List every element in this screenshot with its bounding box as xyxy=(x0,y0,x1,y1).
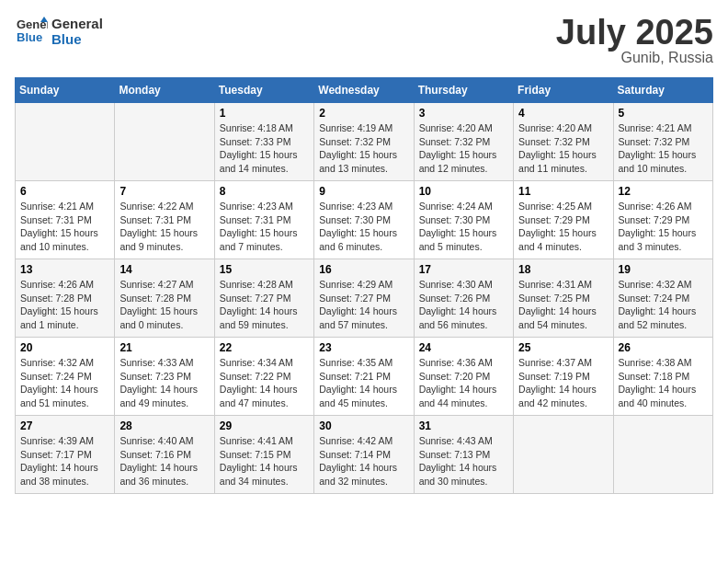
weekday-header-friday: Friday xyxy=(514,78,613,103)
day-number: 17 xyxy=(419,263,508,276)
calendar-cell: 17Sunrise: 4:30 AM Sunset: 7:26 PM Dayli… xyxy=(414,259,513,338)
day-info: Sunrise: 4:25 AM Sunset: 7:29 PM Dayligh… xyxy=(518,200,608,254)
weekday-header-sunday: Sunday xyxy=(16,78,115,103)
calendar-cell: 14Sunrise: 4:27 AM Sunset: 7:28 PM Dayli… xyxy=(115,259,214,338)
calendar-cell: 4Sunrise: 4:20 AM Sunset: 7:32 PM Daylig… xyxy=(514,103,613,181)
calendar-cell: 11Sunrise: 4:25 AM Sunset: 7:29 PM Dayli… xyxy=(514,181,613,259)
week-row-2: 6Sunrise: 4:21 AM Sunset: 7:31 PM Daylig… xyxy=(16,181,713,259)
day-number: 13 xyxy=(20,263,109,276)
day-number: 16 xyxy=(319,263,408,276)
day-number: 19 xyxy=(619,263,708,276)
logo-text-general: General xyxy=(51,16,103,31)
day-info: Sunrise: 4:30 AM Sunset: 7:26 PM Dayligh… xyxy=(419,278,508,332)
weekday-header-saturday: Saturday xyxy=(613,78,712,103)
day-number: 23 xyxy=(319,341,408,354)
day-info: Sunrise: 4:20 AM Sunset: 7:32 PM Dayligh… xyxy=(419,121,508,176)
day-number: 2 xyxy=(319,107,408,120)
calendar-cell: 12Sunrise: 4:26 AM Sunset: 7:29 PM Dayli… xyxy=(613,181,712,259)
day-info: Sunrise: 4:24 AM Sunset: 7:30 PM Dayligh… xyxy=(419,200,508,254)
day-info: Sunrise: 4:22 AM Sunset: 7:31 PM Dayligh… xyxy=(119,200,209,254)
calendar-cell: 23Sunrise: 4:35 AM Sunset: 7:21 PM Dayli… xyxy=(314,338,414,416)
calendar-cell xyxy=(613,416,712,494)
day-number: 28 xyxy=(119,419,209,432)
day-number: 4 xyxy=(518,107,608,120)
day-number: 26 xyxy=(619,341,708,354)
calendar-cell xyxy=(16,103,115,181)
logo-icon: General Blue xyxy=(15,15,48,48)
day-info: Sunrise: 4:20 AM Sunset: 7:32 PM Dayligh… xyxy=(518,121,608,176)
week-row-4: 20Sunrise: 4:32 AM Sunset: 7:24 PM Dayli… xyxy=(16,338,713,416)
day-number: 7 xyxy=(119,185,209,198)
logo-text-blue: Blue xyxy=(51,31,103,47)
day-info: Sunrise: 4:38 AM Sunset: 7:18 PM Dayligh… xyxy=(619,356,708,410)
day-info: Sunrise: 4:32 AM Sunset: 7:24 PM Dayligh… xyxy=(619,278,708,332)
calendar-cell: 15Sunrise: 4:28 AM Sunset: 7:27 PM Dayli… xyxy=(214,259,313,338)
calendar-table: SundayMondayTuesdayWednesdayThursdayFrid… xyxy=(15,77,713,494)
calendar-cell: 29Sunrise: 4:41 AM Sunset: 7:15 PM Dayli… xyxy=(214,416,313,494)
calendar-header: SundayMondayTuesdayWednesdayThursdayFrid… xyxy=(16,78,713,103)
weekday-header-monday: Monday xyxy=(115,78,214,103)
day-info: Sunrise: 4:43 AM Sunset: 7:13 PM Dayligh… xyxy=(419,434,508,488)
calendar-cell: 7Sunrise: 4:22 AM Sunset: 7:31 PM Daylig… xyxy=(115,181,214,259)
day-info: Sunrise: 4:26 AM Sunset: 7:29 PM Dayligh… xyxy=(619,200,708,254)
day-number: 12 xyxy=(619,185,708,198)
day-info: Sunrise: 4:18 AM Sunset: 7:33 PM Dayligh… xyxy=(220,121,309,176)
day-info: Sunrise: 4:28 AM Sunset: 7:27 PM Dayligh… xyxy=(220,278,309,332)
day-info: Sunrise: 4:37 AM Sunset: 7:19 PM Dayligh… xyxy=(518,356,608,410)
day-info: Sunrise: 4:31 AM Sunset: 7:25 PM Dayligh… xyxy=(518,278,608,332)
calendar-cell: 20Sunrise: 4:32 AM Sunset: 7:24 PM Dayli… xyxy=(16,338,115,416)
calendar-cell: 8Sunrise: 4:23 AM Sunset: 7:31 PM Daylig… xyxy=(214,181,313,259)
calendar-body: 1Sunrise: 4:18 AM Sunset: 7:33 PM Daylig… xyxy=(16,103,713,494)
location: Gunib, Russia xyxy=(556,50,713,66)
calendar-cell: 30Sunrise: 4:42 AM Sunset: 7:14 PM Dayli… xyxy=(314,416,414,494)
day-number: 11 xyxy=(518,185,608,198)
day-info: Sunrise: 4:35 AM Sunset: 7:21 PM Dayligh… xyxy=(319,356,408,410)
calendar-cell xyxy=(514,416,613,494)
day-info: Sunrise: 4:41 AM Sunset: 7:15 PM Dayligh… xyxy=(220,434,309,488)
day-number: 31 xyxy=(419,419,508,432)
calendar-cell: 13Sunrise: 4:26 AM Sunset: 7:28 PM Dayli… xyxy=(16,259,115,338)
day-number: 21 xyxy=(119,341,209,354)
day-info: Sunrise: 4:34 AM Sunset: 7:22 PM Dayligh… xyxy=(220,356,309,410)
day-info: Sunrise: 4:39 AM Sunset: 7:17 PM Dayligh… xyxy=(20,434,109,488)
day-info: Sunrise: 4:23 AM Sunset: 7:30 PM Dayligh… xyxy=(319,200,408,254)
day-number: 22 xyxy=(220,341,309,354)
week-row-5: 27Sunrise: 4:39 AM Sunset: 7:17 PM Dayli… xyxy=(16,416,713,494)
calendar-cell: 31Sunrise: 4:43 AM Sunset: 7:13 PM Dayli… xyxy=(414,416,513,494)
day-info: Sunrise: 4:33 AM Sunset: 7:23 PM Dayligh… xyxy=(119,356,209,410)
weekday-header-thursday: Thursday xyxy=(414,78,513,103)
day-info: Sunrise: 4:21 AM Sunset: 7:32 PM Dayligh… xyxy=(619,121,708,176)
day-number: 18 xyxy=(518,263,608,276)
day-number: 25 xyxy=(518,341,608,354)
day-number: 3 xyxy=(419,107,508,120)
logo: General Blue General Blue xyxy=(15,15,103,48)
calendar-cell: 19Sunrise: 4:32 AM Sunset: 7:24 PM Dayli… xyxy=(613,259,712,338)
weekday-header-tuesday: Tuesday xyxy=(214,78,313,103)
day-number: 24 xyxy=(419,341,508,354)
day-info: Sunrise: 4:32 AM Sunset: 7:24 PM Dayligh… xyxy=(20,356,109,410)
calendar-cell: 9Sunrise: 4:23 AM Sunset: 7:30 PM Daylig… xyxy=(314,181,414,259)
day-info: Sunrise: 4:36 AM Sunset: 7:20 PM Dayligh… xyxy=(419,356,508,410)
week-row-1: 1Sunrise: 4:18 AM Sunset: 7:33 PM Daylig… xyxy=(16,103,713,181)
title-block: July 2025 Gunib, Russia xyxy=(556,15,713,66)
day-number: 14 xyxy=(119,263,209,276)
day-number: 8 xyxy=(220,185,309,198)
calendar-cell: 2Sunrise: 4:19 AM Sunset: 7:32 PM Daylig… xyxy=(314,103,414,181)
page-header: General Blue General Blue July 2025 Guni… xyxy=(15,15,713,66)
calendar-cell: 28Sunrise: 4:40 AM Sunset: 7:16 PM Dayli… xyxy=(115,416,214,494)
day-info: Sunrise: 4:40 AM Sunset: 7:16 PM Dayligh… xyxy=(119,434,209,488)
day-number: 15 xyxy=(220,263,309,276)
day-info: Sunrise: 4:21 AM Sunset: 7:31 PM Dayligh… xyxy=(20,200,109,254)
day-number: 20 xyxy=(20,341,109,354)
day-info: Sunrise: 4:19 AM Sunset: 7:32 PM Dayligh… xyxy=(319,121,408,176)
calendar-cell: 10Sunrise: 4:24 AM Sunset: 7:30 PM Dayli… xyxy=(414,181,513,259)
day-number: 6 xyxy=(20,185,109,198)
calendar-cell: 26Sunrise: 4:38 AM Sunset: 7:18 PM Dayli… xyxy=(613,338,712,416)
calendar-cell: 18Sunrise: 4:31 AM Sunset: 7:25 PM Dayli… xyxy=(514,259,613,338)
week-row-3: 13Sunrise: 4:26 AM Sunset: 7:28 PM Dayli… xyxy=(16,259,713,338)
month-title: July 2025 xyxy=(556,15,713,50)
calendar-cell: 5Sunrise: 4:21 AM Sunset: 7:32 PM Daylig… xyxy=(613,103,712,181)
day-number: 29 xyxy=(220,419,309,432)
day-number: 1 xyxy=(220,107,309,120)
calendar-cell: 6Sunrise: 4:21 AM Sunset: 7:31 PM Daylig… xyxy=(16,181,115,259)
